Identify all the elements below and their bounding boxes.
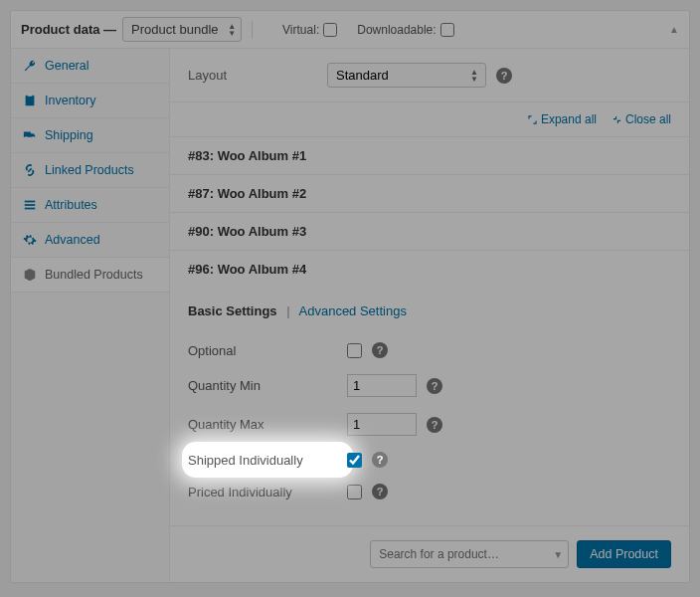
cube-icon: [23, 268, 37, 282]
collapse-icon: [612, 115, 621, 124]
downloadable-checkbox-wrap: Downloadable:: [357, 23, 453, 37]
basic-settings-tab[interactable]: Basic Settings: [188, 303, 277, 318]
list-icon: [23, 198, 37, 212]
qty-max-label: Quantity Max: [188, 417, 347, 432]
shipped-label: Shipped Individually: [188, 453, 347, 468]
virtual-checkbox-wrap: Virtual:: [282, 23, 337, 37]
downloadable-label: Downloadable:: [357, 23, 436, 37]
tab-advanced[interactable]: Advanced: [11, 223, 169, 258]
gear-icon: [23, 233, 37, 247]
shipped-checkbox[interactable]: [347, 453, 362, 468]
priced-checkbox[interactable]: [347, 485, 362, 499]
chevron-down-icon: ▼: [553, 549, 563, 560]
virtual-label: Virtual:: [282, 23, 319, 37]
close-all-link[interactable]: Close all: [612, 112, 671, 126]
bundle-item[interactable]: #87: Woo Album #2: [170, 174, 689, 212]
priced-individually-row: Priced Individually ?: [188, 476, 671, 507]
shipped-help-icon[interactable]: ?: [372, 452, 388, 468]
svg-point-3: [32, 136, 35, 139]
tab-bundled-products[interactable]: Bundled Products: [11, 258, 169, 293]
advanced-settings-tab[interactable]: Advanced Settings: [299, 303, 407, 318]
svg-rect-4: [25, 201, 36, 203]
link-icon: [23, 163, 37, 177]
panel-title: Product data —: [21, 22, 116, 37]
product-data-tabs: General Inventory Shipping: [11, 49, 170, 582]
priced-help-icon[interactable]: ?: [372, 484, 388, 499]
tab-shipping[interactable]: Shipping: [11, 118, 169, 153]
add-product-button[interactable]: Add Product: [577, 540, 671, 568]
svg-point-2: [25, 136, 28, 139]
qty-max-row: Quantity Max ?: [188, 405, 671, 444]
tab-linked-products[interactable]: Linked Products: [11, 153, 169, 188]
priced-label: Priced Individually: [188, 485, 347, 499]
bundle-footer: ▼ Add Product: [170, 525, 689, 582]
optional-help-icon[interactable]: ?: [372, 342, 388, 358]
collapse-panel-icon[interactable]: ▲: [669, 24, 679, 35]
shipped-individually-row: Shipped Individually ?: [188, 444, 671, 476]
product-search-input[interactable]: [370, 540, 569, 568]
expand-icon: [528, 115, 537, 124]
layout-row: Layout Standard ▲▼ ?: [170, 49, 689, 102]
qty-min-row: Quantity Min ?: [188, 366, 671, 405]
qty-min-help-icon[interactable]: ?: [427, 378, 442, 394]
qty-max-help-icon[interactable]: ?: [427, 417, 442, 433]
layout-select[interactable]: Standard ▲▼: [327, 63, 486, 88]
bundle-item-settings: Basic Settings | Advanced Settings Optio…: [170, 288, 689, 525]
clipboard-icon: [23, 94, 37, 107]
tab-general[interactable]: General: [11, 49, 169, 84]
qty-min-label: Quantity Min: [188, 378, 347, 393]
svg-rect-1: [27, 94, 32, 97]
bundled-products-content: Layout Standard ▲▼ ? Expand all Close al…: [170, 49, 689, 582]
layout-help-icon[interactable]: ?: [496, 68, 512, 84]
optional-checkbox[interactable]: [347, 343, 362, 358]
svg-rect-5: [25, 204, 36, 206]
product-data-panel: Product data — Product bundle ▲▼ Virtual…: [10, 10, 690, 583]
product-search[interactable]: ▼: [370, 540, 569, 568]
bundle-item[interactable]: #83: Woo Album #1: [170, 136, 689, 174]
expand-all-link[interactable]: Expand all: [528, 112, 597, 126]
svg-rect-6: [25, 208, 36, 210]
qty-max-input[interactable]: [347, 413, 417, 436]
product-type-select[interactable]: Product bundle ▲▼: [122, 17, 242, 42]
qty-min-input[interactable]: [347, 374, 417, 397]
downloadable-checkbox[interactable]: [440, 23, 454, 37]
virtual-checkbox[interactable]: [323, 23, 337, 37]
layout-label: Layout: [188, 68, 327, 83]
svg-rect-0: [26, 96, 35, 106]
bundle-item[interactable]: #96: Woo Album #4: [170, 250, 689, 288]
wrench-icon: [23, 59, 37, 73]
panel-header: Product data — Product bundle ▲▼ Virtual…: [11, 11, 689, 49]
bundle-item[interactable]: #90: Woo Album #3: [170, 212, 689, 250]
optional-row: Optional ?: [188, 334, 671, 366]
optional-label: Optional: [188, 343, 347, 358]
truck-icon: [23, 128, 37, 142]
tab-attributes[interactable]: Attributes: [11, 188, 169, 223]
tab-inventory[interactable]: Inventory: [11, 84, 169, 118]
